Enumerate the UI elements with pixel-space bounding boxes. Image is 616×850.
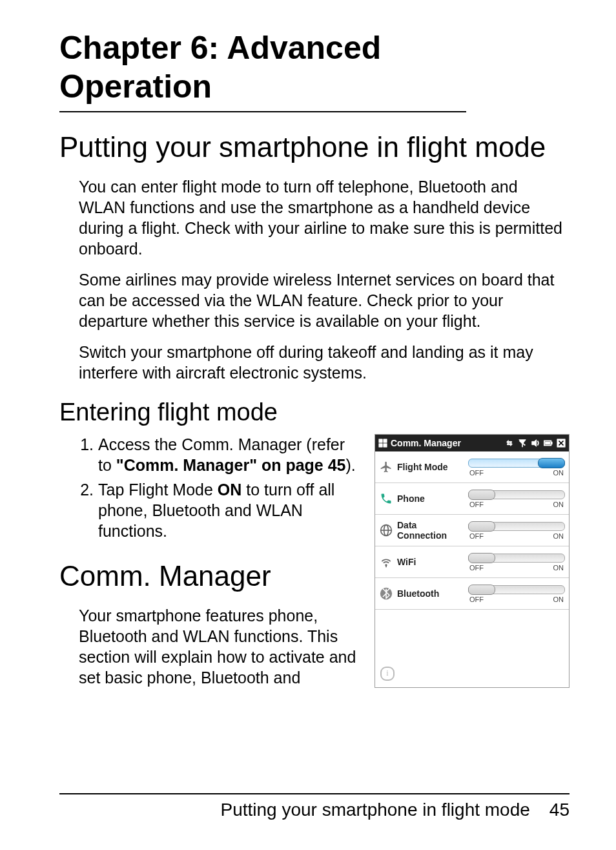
page: Chapter 6: Advanced Operation Putting yo…: [0, 0, 616, 850]
comm-row-toggle[interactable]: OFFON: [468, 552, 565, 572]
toggle-on-label: ON: [553, 469, 564, 477]
step-1-text-c: ).: [346, 456, 356, 474]
comm-row-data-connection: Data ConnectionOFFON: [375, 515, 569, 546]
comm-titlebar: Comm. Manager: [375, 435, 569, 451]
comm-row-toggle[interactable]: OFFON: [468, 584, 565, 603]
comm-row-bluetooth: BluetoothOFFON: [375, 578, 569, 610]
comm-row-flight-mode: Flight ModeOFFON: [375, 451, 569, 483]
comm-row-label: Phone: [397, 493, 464, 504]
toggle-off-label: OFF: [469, 596, 484, 603]
toggle-off-label: OFF: [469, 564, 484, 572]
comm-row-toggle[interactable]: OFFON: [468, 521, 565, 540]
comm-titlebar-text: Comm. Manager: [391, 438, 502, 448]
svg-rect-1: [384, 439, 387, 442]
svg-rect-0: [379, 439, 382, 442]
close-icon: [556, 438, 566, 448]
section-comm-manager: Comm. Manager: [59, 559, 363, 594]
toggle-on-label: ON: [553, 564, 564, 572]
data-connection-icon: [379, 523, 393, 537]
flight-mode-icon: [379, 460, 393, 474]
chapter-title: Chapter 6: Advanced Operation: [59, 28, 466, 112]
toggle-on-label: ON: [553, 596, 564, 603]
toggle-off-label: OFF: [469, 469, 484, 477]
body-para-2: Some airlines may provide wireless Inter…: [59, 269, 572, 331]
comm-row-label: Data Connection: [397, 520, 464, 541]
svg-rect-9: [551, 442, 552, 444]
body-para-1: You can enter flight mode to turn off te…: [59, 176, 572, 259]
phone-icon: [379, 492, 393, 506]
comm-footer-area: i: [375, 610, 569, 687]
footer-text: Putting your smartphone in flight mode: [220, 800, 529, 820]
signal-icon: [517, 438, 528, 448]
comm-row-wifi: WiFiOFFON: [375, 546, 569, 578]
toggle-off-label: OFF: [469, 501, 484, 508]
step-2-text-a: Tap Flight Mode: [98, 481, 218, 499]
step-1: Access the Comm. Manager (refer to "Comm…: [98, 434, 359, 475]
step-2: Tap Flight Mode ON to turn off all phone…: [98, 479, 359, 541]
wifi-icon: [379, 555, 393, 569]
sync-icon: [504, 438, 515, 448]
subsection-entering-flight-mode: Entering flight mode: [59, 399, 572, 426]
comm-manager-screenshot: Comm. Manager: [375, 434, 570, 688]
comm-row-phone: PhoneOFFON: [375, 483, 569, 515]
steps-list: Access the Comm. Manager (refer to "Comm…: [59, 434, 363, 541]
page-footer: Putting your smartphone in flight mode 4…: [59, 793, 570, 820]
step-2-on: ON: [218, 481, 242, 499]
comm-row-label: WiFi: [397, 557, 464, 567]
comm-row-toggle[interactable]: OFFON: [468, 457, 565, 477]
comm-row-label: Bluetooth: [397, 588, 464, 599]
section-flight-mode: Putting your smartphone in flight mode: [59, 130, 572, 165]
toggle-off-label: OFF: [469, 532, 484, 540]
bluetooth-icon: [379, 586, 393, 601]
svg-rect-2: [379, 444, 382, 447]
svg-marker-7: [532, 440, 537, 447]
battery-icon: [543, 438, 553, 448]
comm-manager-para: Your smartphone features phone, Bluetoot…: [59, 605, 363, 688]
svg-rect-3: [384, 444, 387, 447]
svg-rect-10: [546, 442, 550, 444]
body-para-3: Switch your smartphone off during takeof…: [59, 342, 572, 383]
toggle-on-label: ON: [553, 532, 564, 540]
comm-row-label: Flight Mode: [397, 462, 464, 472]
page-number: 45: [549, 800, 570, 820]
info-icon: i: [380, 667, 395, 681]
toggle-on-label: ON: [553, 501, 564, 508]
step-1-ref: "Comm. Manager" on page 45: [116, 456, 346, 474]
comm-row-toggle[interactable]: OFFON: [468, 489, 565, 508]
volume-icon: [530, 438, 540, 448]
windows-logo-icon: [378, 438, 388, 448]
